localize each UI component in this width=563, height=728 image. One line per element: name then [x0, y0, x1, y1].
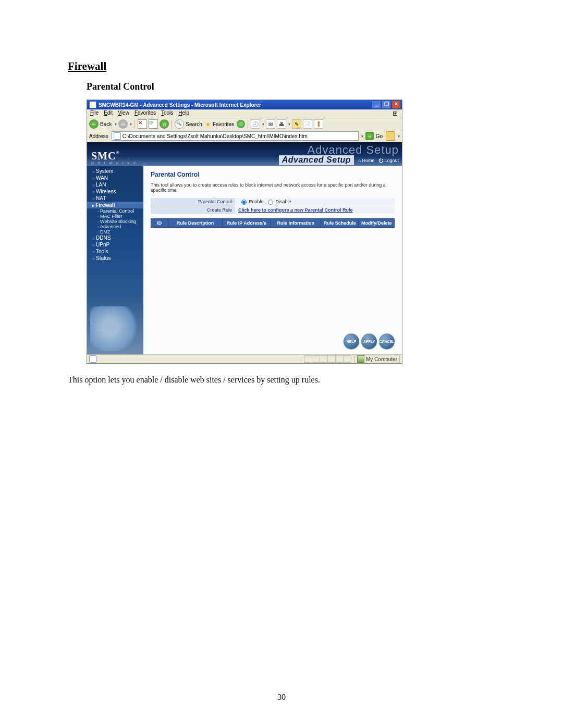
menu-bar: File Edit View Favorites Tools Help ⊞ [87, 109, 402, 118]
address-dropdown-icon[interactable]: ▾ [361, 134, 363, 139]
status-zone: My Computer [354, 355, 400, 363]
page-number: 30 [0, 693, 563, 702]
toolbar-separator [172, 119, 172, 129]
status-page-icon [89, 355, 96, 363]
smc-logo: SMC® [91, 150, 120, 162]
mail-button[interactable]: ✉ [266, 119, 275, 129]
back-button[interactable]: ← [89, 119, 99, 129]
sidebar-sub-website-blocking[interactable]: Website Blocking [87, 219, 143, 224]
go-label: Go [376, 133, 383, 139]
print-button[interactable]: 🖶 [277, 119, 286, 129]
messenger-button[interactable]: 🧍 [314, 119, 323, 129]
back-dropdown-icon[interactable]: ▾ [115, 122, 117, 127]
body-text: This option lets you enable / disable we… [68, 375, 495, 385]
row-parental-control-label: Parental Control [151, 198, 235, 206]
edit-button[interactable]: ✎ [292, 119, 301, 129]
sidebar-sub-parental-control[interactable]: Parental Control [87, 208, 143, 214]
sidebar-item-system[interactable]: System [87, 168, 143, 175]
media-button[interactable] [237, 120, 245, 128]
col-rule-description: Rule Description [168, 218, 223, 227]
rules-table-header: ID Rule Description Rule IP Address/s Ru… [151, 218, 395, 228]
apply-button[interactable]: APPLY [361, 334, 377, 349]
disable-label: Disable [276, 199, 291, 204]
panel-description: This tool allows you to create access ru… [151, 182, 395, 193]
favorites-label[interactable]: Favorites [213, 121, 234, 127]
status-cells [304, 355, 351, 363]
sidebar-sub-mac-filter[interactable]: MAC Filter [87, 214, 143, 219]
back-label: Back [100, 121, 112, 127]
toolbar-separator [248, 119, 248, 129]
create-rule-link[interactable]: Click here to configure a new Parental C… [238, 207, 353, 213]
status-bar: My Computer [87, 354, 402, 363]
search-label[interactable]: Search [186, 121, 202, 127]
col-rule-ip: Rule IP Address/s [223, 218, 271, 227]
menu-help[interactable]: Help [177, 110, 190, 117]
toolbar: ← Back ▾ → ▾ ✕ ⟳ ⌂ 🔍 Search ★ Favorites … [87, 118, 402, 130]
sidebar-item-wireless[interactable]: Wireless [87, 188, 143, 195]
disable-radio[interactable] [268, 200, 273, 205]
sidebar-item-upnp[interactable]: UPnP [87, 241, 143, 248]
router-content: System WAN LAN Wireless NAT Firewall Par… [87, 166, 402, 354]
sidebar-item-lan[interactable]: LAN [87, 181, 143, 188]
sidebar-item-nat[interactable]: NAT [87, 195, 143, 202]
heading-firewall: Firewall [68, 60, 495, 73]
status-zone-label: My Computer [366, 356, 397, 362]
ie-app-icon [89, 101, 96, 108]
home-link[interactable]: ⌂Home [358, 158, 374, 163]
panel-title: Parental Control [151, 171, 395, 178]
maximize-button[interactable]: ❐ [382, 101, 391, 109]
stop-button[interactable]: ✕ [138, 119, 147, 129]
sidebar-item-status[interactable]: Status [87, 255, 143, 262]
cancel-button[interactable]: CANCEL [379, 334, 395, 349]
links-button[interactable] [386, 131, 395, 141]
windows-flag-icon: ⊞ [390, 110, 400, 117]
search-icon[interactable]: 🔍 [175, 119, 184, 129]
enable-label: Enable [249, 199, 264, 204]
refresh-button[interactable]: ⟳ [149, 119, 158, 129]
home-button[interactable]: ⌂ [160, 119, 169, 129]
smc-logo-subtitle: N e t w o r k s [91, 161, 137, 165]
links-dropdown-icon[interactable]: ▾ [398, 134, 400, 139]
forward-button[interactable]: → [118, 119, 128, 129]
sidebar-item-firewall[interactable]: Firewall [87, 202, 143, 208]
col-rule-information: Rule Information [271, 218, 321, 227]
menu-favorites[interactable]: Favorites [133, 110, 157, 117]
window-titlebar: SMCWBR14-GM - Advanced Settings - Micros… [87, 100, 402, 109]
sidebar-item-ddns[interactable]: DDNS [87, 235, 143, 241]
sidebar-sub-advanced[interactable]: Advanced [87, 224, 143, 229]
toolbar-separator [134, 119, 135, 129]
go-button[interactable]: → [365, 132, 374, 140]
router-screenshot: SMCWBR14-GM - Advanced Settings - Micros… [87, 100, 402, 364]
menu-edit[interactable]: Edit [103, 110, 114, 117]
menu-file[interactable]: File [89, 110, 100, 117]
row-create-rule-label: Create Rule [151, 206, 235, 214]
sidebar-sub-dmz[interactable]: DMZ [87, 229, 143, 235]
home-icon: ⌂ [358, 158, 361, 163]
sidebar-decorative-image [90, 306, 140, 351]
minimize-button[interactable]: _ [372, 101, 381, 109]
col-id: ID [151, 218, 168, 227]
history-button[interactable]: 🕘 [251, 119, 260, 129]
router-header: SMC® N e t w o r k s Advanced Setup Adva… [87, 142, 402, 166]
sidebar-item-tools[interactable]: Tools [87, 248, 143, 255]
enable-radio[interactable] [241, 200, 247, 205]
discuss-button[interactable]: 📄 [303, 119, 312, 129]
menu-view[interactable]: View [117, 110, 130, 117]
my-computer-icon [357, 355, 364, 363]
banner-subtitle: Advanced Setup [282, 155, 351, 165]
address-input[interactable]: C:\Documents and Settings\Zsolt Mahunka\… [112, 131, 359, 141]
config-table: Parental Control Enable Disable Create R… [151, 198, 395, 214]
help-button[interactable]: HELP [344, 334, 359, 349]
sidebar-item-wan[interactable]: WAN [87, 175, 143, 181]
address-label: Address [89, 133, 108, 139]
print-dropdown-icon[interactable]: ▾ [288, 122, 290, 127]
window-title: SMCWBR14-GM - Advanced Settings - Micros… [99, 102, 261, 108]
sidebar-nav: System WAN LAN Wireless NAT Firewall Par… [87, 166, 143, 354]
logout-link[interactable]: ⏻Logout [378, 158, 399, 163]
close-button[interactable]: × [391, 101, 401, 109]
history-dropdown-icon[interactable]: ▾ [262, 122, 264, 127]
menu-tools[interactable]: Tools [160, 110, 174, 117]
favorites-star-icon[interactable]: ★ [205, 120, 211, 128]
forward-dropdown-icon[interactable]: ▾ [130, 122, 132, 127]
col-modify-delete: Modify/Delete [359, 218, 395, 227]
